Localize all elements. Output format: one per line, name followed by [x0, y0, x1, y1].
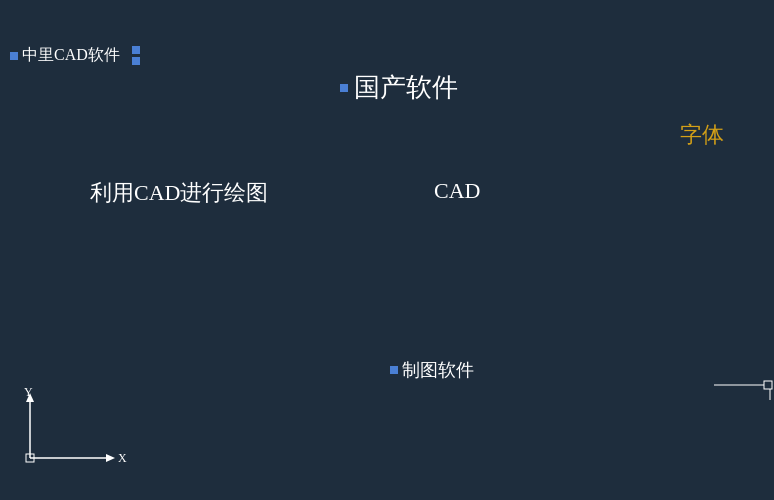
svg-rect-8 — [764, 381, 772, 389]
top-center-text: 国产软件 — [354, 70, 458, 105]
svg-marker-4 — [106, 454, 115, 462]
top-right-text: 字体 — [680, 120, 724, 150]
crosshair-svg — [714, 370, 774, 400]
blue-marker-4 — [340, 84, 348, 92]
middle-center-text: CAD — [434, 178, 480, 204]
top-left-label-group: 中里CAD软件 — [10, 45, 140, 66]
top-left-text: 中里CAD软件 — [22, 45, 120, 66]
top-center-label-group: 国产软件 — [340, 70, 458, 105]
bottom-center-label-group: 制图软件 — [390, 358, 474, 382]
crosshair-right — [714, 370, 774, 404]
blue-marker-5 — [390, 366, 398, 374]
cad-canvas: 中里CAD软件 国产软件 字体 利用CAD进行绘图 CAD 制图软件 Y — [0, 0, 774, 500]
middle-left-text: 利用CAD进行绘图 — [90, 178, 268, 208]
axis-svg: Y X — [10, 388, 130, 468]
coordinate-axis: Y X — [10, 388, 130, 472]
svg-text:X: X — [118, 451, 127, 465]
blue-marker-2 — [132, 46, 140, 54]
bottom-center-text: 制图软件 — [402, 358, 474, 382]
blue-marker-3 — [132, 57, 140, 65]
svg-text:Y: Y — [24, 388, 33, 399]
blue-marker-1 — [10, 52, 18, 60]
